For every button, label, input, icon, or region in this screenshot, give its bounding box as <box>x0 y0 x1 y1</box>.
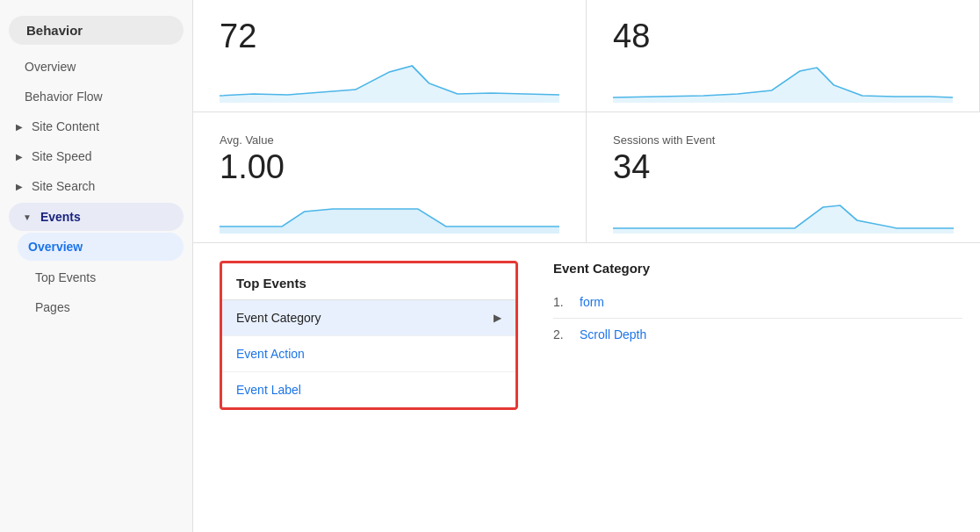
svg-marker-1 <box>613 68 953 103</box>
top-events-event-label[interactable]: Event Label <box>222 372 515 407</box>
sidebar-behavior-header: Behavior <box>9 16 184 45</box>
site-search-arrow: ▶ <box>16 182 23 191</box>
svg-marker-2 <box>220 209 559 234</box>
sidebar-item-behavior-flow-label: Behavior Flow <box>25 90 103 104</box>
event-category-panel: Event Category 1. form 2. Scroll Depth <box>536 243 980 532</box>
top-events-event-category-label: Event Category <box>236 311 321 325</box>
event-category-num-2: 2. <box>553 327 571 341</box>
stat-label-sessions-event: Sessions with Event <box>613 133 954 147</box>
sidebar-item-events-overview-label: Overview <box>28 240 83 254</box>
sparkline-avg-value <box>220 190 559 234</box>
sidebar-item-site-search[interactable]: ▶ Site Search <box>0 171 192 201</box>
top-events-wrapper: Top Events Event Category ▶ Event Action… <box>193 243 536 532</box>
main-content: 72 48 Avg. Value 1.00 Sessions with <box>193 0 980 532</box>
sidebar-item-pages[interactable]: Pages <box>0 292 192 322</box>
stat-value-sessions-event: 34 <box>613 148 954 186</box>
top-events-header: Top Events <box>222 263 515 300</box>
sidebar-item-site-content[interactable]: ▶ Site Content <box>0 111 192 141</box>
site-speed-arrow: ▶ <box>16 152 23 162</box>
event-category-item-form: 1. form <box>553 286 962 319</box>
event-category-link-form[interactable]: form <box>580 295 604 309</box>
sidebar-item-pages-label: Pages <box>35 300 70 314</box>
event-category-title: Event Category <box>553 261 962 276</box>
sidebar-item-events-label: Events <box>40 210 81 224</box>
sidebar-item-overview-label: Overview <box>25 60 76 74</box>
events-arrow: ▼ <box>23 212 32 222</box>
sidebar: Behavior Overview Behavior Flow ▶ Site C… <box>0 0 193 532</box>
sidebar-item-site-search-label: Site Search <box>32 179 95 193</box>
bottom-section: Top Events Event Category ▶ Event Action… <box>193 243 980 532</box>
event-category-link-scroll-depth[interactable]: Scroll Depth <box>580 327 646 341</box>
sidebar-item-site-content-label: Site Content <box>32 119 99 133</box>
stats-grid: 72 48 Avg. Value 1.00 Sessions with <box>193 0 980 243</box>
stat-card-unique-events: 48 <box>587 0 980 111</box>
stat-value-total-events: 72 <box>220 18 559 55</box>
event-category-item-scroll-depth: 2. Scroll Depth <box>553 319 962 350</box>
sidebar-item-events[interactable]: ▼ Events <box>9 203 184 231</box>
sidebar-item-overview[interactable]: Overview <box>0 52 192 82</box>
sparkline-unique-events <box>613 59 953 103</box>
stat-label-avg-value: Avg. Value <box>220 133 559 147</box>
event-category-num-1: 1. <box>553 295 571 309</box>
sidebar-item-top-events[interactable]: Top Events <box>0 262 192 292</box>
event-category-arrow-icon: ▶ <box>494 312 501 324</box>
top-events-box: Top Events Event Category ▶ Event Action… <box>220 261 518 410</box>
stat-card-total-events: 72 <box>193 0 587 111</box>
top-events-event-action[interactable]: Event Action <box>222 336 515 372</box>
sidebar-item-site-speed-label: Site Speed <box>32 149 92 163</box>
stat-value-avg-value: 1.00 <box>220 148 559 186</box>
top-events-event-action-label: Event Action <box>236 347 305 361</box>
site-content-arrow: ▶ <box>16 122 23 132</box>
svg-marker-3 <box>613 205 954 234</box>
sparkline-total-events <box>220 59 559 103</box>
sidebar-item-events-overview[interactable]: Overview <box>18 233 184 261</box>
sidebar-item-behavior-flow[interactable]: Behavior Flow <box>0 82 192 111</box>
sparkline-sessions-event <box>613 190 954 234</box>
stat-value-unique-events: 48 <box>613 18 953 55</box>
top-events-event-category[interactable]: Event Category ▶ <box>222 300 515 336</box>
sidebar-item-site-speed[interactable]: ▶ Site Speed <box>0 141 192 171</box>
sidebar-item-top-events-label: Top Events <box>35 270 96 284</box>
top-events-event-label-label: Event Label <box>236 383 301 397</box>
stat-card-sessions-event: Sessions with Event 34 <box>587 111 980 242</box>
stat-card-avg-value: Avg. Value 1.00 <box>193 111 587 242</box>
